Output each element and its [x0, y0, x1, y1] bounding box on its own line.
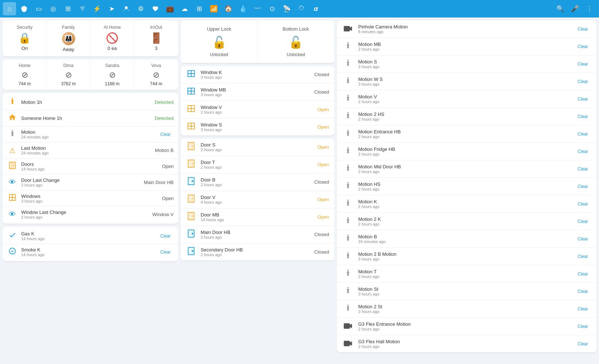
- motion-ws-icon: [342, 77, 354, 86]
- pinhole-camera-clear-btn[interactable]: Clear: [575, 26, 591, 32]
- nav-target-icon[interactable]: ◎: [47, 2, 60, 15]
- svg-point-0: [125, 6, 128, 9]
- left-column: Security 🔒 On Family 👨‍👩‍👧 Away At Home …: [3, 20, 178, 361]
- g3-flex-hall-name: G3 Flex Hall Motion: [358, 339, 570, 344]
- nav-grid-icon[interactable]: ⊞: [61, 2, 74, 15]
- nav-wave-icon[interactable]: 〰: [251, 2, 264, 15]
- search-icon[interactable]: 🔍: [554, 2, 567, 15]
- g3-flex-hall-icon: [342, 339, 354, 348]
- g3-flex-hall-clear-btn[interactable]: Clear: [575, 341, 591, 347]
- motion-2hs-row: Motion 2 HS 2 hours ago Clear: [337, 108, 596, 125]
- nav-suitcase-icon[interactable]: 💼: [163, 2, 177, 15]
- nav-drop-icon[interactable]: 💧: [236, 2, 250, 15]
- someonehome-icon: [7, 113, 18, 123]
- motion-s-row: Motion S 3 hours ago Clear: [337, 55, 596, 73]
- motion-s-clear-btn[interactable]: Clear: [575, 61, 591, 67]
- nav-broadcast-icon[interactable]: 📡: [280, 2, 293, 15]
- windows-time: 3 hours ago: [21, 199, 158, 203]
- svg-point-2: [12, 130, 13, 132]
- motion-2st-info: Motion 2 St 3 hours ago: [358, 304, 570, 314]
- motion-clear-btn[interactable]: Clear: [157, 131, 174, 138]
- motion-entrance-hb-clear-btn[interactable]: Clear: [575, 131, 591, 137]
- smoke-clear-btn[interactable]: Clear: [157, 249, 174, 255]
- window-mb-icon: [186, 87, 196, 97]
- mic-icon[interactable]: 🎤: [568, 2, 581, 15]
- distance-sandra: Sandra ⊘ 1168 m: [90, 59, 134, 90]
- gas-icon: [7, 231, 18, 241]
- motion-list: Pinhole Camera Motion 8 minutes ago Clea…: [337, 20, 596, 352]
- distance-vova-icon: ⊘: [153, 70, 159, 80]
- menu-icon[interactable]: ⋮: [583, 2, 596, 15]
- motion-mb-clear-btn[interactable]: Clear: [575, 43, 591, 50]
- nav-shield-icon[interactable]: [18, 2, 31, 15]
- nav-robot-icon[interactable]: [120, 2, 133, 15]
- motion-2hs-time: 2 hours ago: [358, 117, 570, 121]
- at-home-label: At Home: [104, 25, 121, 30]
- motion-fridge-hb-name: Motion Fridge HB: [358, 146, 570, 152]
- motion-b-clear-btn[interactable]: Clear: [575, 236, 591, 242]
- svg-point-33: [192, 198, 193, 199]
- g3-flex-entrance-clear-btn[interactable]: Clear: [575, 323, 591, 330]
- doors-info: Doors 14 hours ago: [21, 161, 158, 171]
- svg-point-55: [347, 252, 349, 254]
- doors-icon: [7, 161, 18, 171]
- nav-home-icon[interactable]: ⌂: [3, 2, 16, 15]
- motion-2st-time: 3 hours ago: [358, 309, 570, 314]
- gas-clear-btn[interactable]: Clear: [157, 233, 174, 239]
- motion-v-clear-btn[interactable]: Clear: [575, 96, 591, 102]
- nav-filter-icon[interactable]: [76, 2, 89, 15]
- door-t-icon: [186, 160, 196, 169]
- motion-ws-clear-btn[interactable]: Clear: [575, 78, 591, 85]
- motion-hs-clear-btn[interactable]: Clear: [575, 183, 591, 190]
- nav-circle-icon[interactable]: ⊙: [266, 2, 279, 15]
- motion-b-info: Motion B 24 minutes ago: [358, 234, 570, 244]
- nav-gear-icon[interactable]: ⚙: [134, 2, 147, 15]
- window-last-change-name: Window Last Change: [21, 210, 148, 215]
- motion-2b-clear-btn[interactable]: Clear: [575, 253, 591, 260]
- motion-2hs-clear-btn[interactable]: Clear: [575, 113, 591, 120]
- secondary-door-hb-status: Closed: [314, 249, 329, 255]
- motion-k-icon: [342, 199, 354, 209]
- nav-code-icon[interactable]: ⊞: [193, 2, 206, 15]
- motion-mid-door-hb-info: Motion Mid Door HB 2 hours ago: [358, 164, 570, 174]
- nav-window-icon[interactable]: ▭: [32, 2, 45, 15]
- motion-fridge-hb-time: 2 hours ago: [358, 152, 570, 156]
- motion-2k-time: 2 hours ago: [358, 222, 570, 226]
- svg-point-43: [347, 42, 349, 44]
- motion-2hs-info: Motion 2 HS 2 hours ago: [358, 111, 570, 121]
- nav-antenna-icon[interactable]: [295, 2, 308, 15]
- nav-wifi-icon[interactable]: 📶: [207, 2, 220, 15]
- motion-2k-clear-btn[interactable]: Clear: [575, 218, 591, 225]
- svg-point-56: [347, 270, 349, 271]
- window-last-change-icon: 👁: [7, 210, 18, 219]
- nav-alpha-icon[interactable]: α: [309, 2, 322, 15]
- main-door-hb-row: Main Door HB 2 hours ago Closed: [181, 226, 334, 243]
- nav-heart-icon[interactable]: [149, 2, 162, 15]
- window-k-info: Window K 3 hours ago: [201, 70, 310, 79]
- motion-2b-name: Motion 2 B Motion: [358, 251, 570, 257]
- nav-house2-icon[interactable]: 🏠: [222, 2, 235, 15]
- distance-dima-label: Dima: [63, 63, 73, 68]
- motion-hs-info: Motion HS 2 hours ago: [358, 181, 570, 191]
- door-t-time: 2 hours ago: [201, 165, 313, 169]
- family-label: Family: [62, 25, 75, 30]
- upper-lock-label: Upper Lock: [207, 26, 231, 32]
- motion-k-clear-btn[interactable]: Clear: [575, 201, 591, 207]
- motion-mid-door-hb-clear-btn[interactable]: Clear: [575, 166, 591, 172]
- nav-cloud-icon[interactable]: ☁: [178, 2, 191, 15]
- motion1h-name: Motion 1h: [21, 99, 151, 105]
- door-b-icon: [186, 177, 196, 187]
- motion-st-row: Motion St 3 hours ago Clear: [337, 283, 596, 300]
- door-last-change-time: 2 hours ago: [21, 183, 140, 187]
- at-home-value: 0 ea: [108, 46, 117, 51]
- door-last-change-value: Main Door HB: [144, 180, 174, 185]
- distance-dima-value: 3762 m: [61, 81, 76, 86]
- nav-map-icon[interactable]: ➤: [105, 2, 118, 15]
- nav-lightning-icon[interactable]: ⚡: [90, 2, 104, 15]
- motion-2st-clear-btn[interactable]: Clear: [575, 306, 591, 312]
- motion-st-clear-btn[interactable]: Clear: [575, 288, 591, 295]
- motion-st-time: 3 hours ago: [358, 292, 570, 296]
- window-mb-info: Window MB 3 hours ago: [201, 87, 310, 97]
- motion-fridge-hb-clear-btn[interactable]: Clear: [575, 148, 591, 155]
- motion-t-clear-btn[interactable]: Clear: [575, 271, 591, 277]
